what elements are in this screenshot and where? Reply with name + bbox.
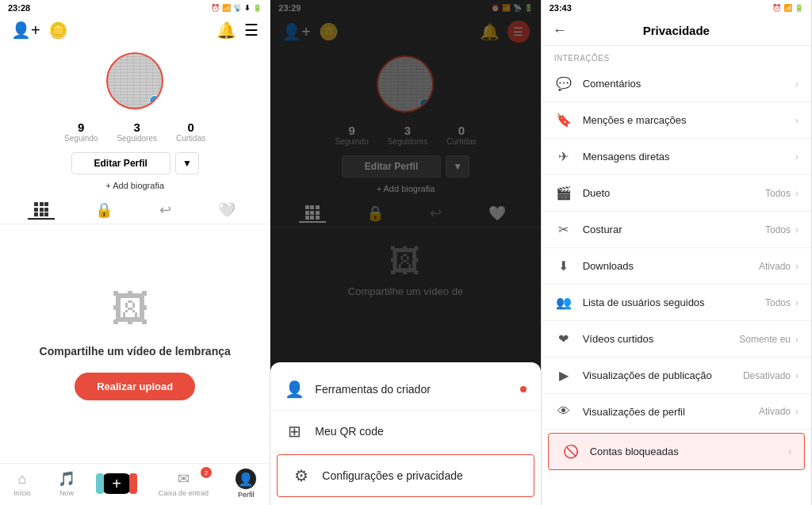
post-views-icon: ▶ (554, 368, 573, 383)
bottom-sheet-2: 👤 Ferramentas do criador ⊞ Meu QR code ⚙… (270, 362, 540, 505)
nav-left-1: 👤+ 🪙 (11, 21, 68, 40)
chevron-followed: › (795, 297, 799, 308)
empty-icon-1: 🖼 (111, 287, 159, 335)
avatar-section-1 (0, 44, 270, 114)
battery-3: 🔋 (795, 4, 803, 12)
download-icon: ⬇ (244, 4, 251, 12)
settings-icon: ⚙ (292, 466, 311, 485)
avatar-badge-1 (149, 95, 160, 106)
downloads-icon: ⬇ (554, 258, 573, 274)
privacy-item-post-views[interactable]: ▶ Visualizações de publicação Desativado… (542, 358, 811, 394)
tab-private-1[interactable]: 🔒 (89, 200, 119, 220)
stat-following-1[interactable]: 9 Seguindo (64, 121, 98, 143)
mentions-icon: 🔖 (554, 113, 573, 128)
sheet-item-qr[interactable]: ⊞ Meu QR code (270, 411, 540, 453)
stat-followers-1[interactable]: 3 Seguidores (117, 121, 157, 143)
privacy-item-dm[interactable]: ✈ Mensagens diretas › (542, 139, 811, 175)
chevron-dm: › (795, 151, 799, 163)
overlay-2[interactable]: 👤 Ferramentas do criador ⊞ Meu QR code ⚙… (270, 0, 540, 505)
profile-icon-active-1: 👤 (236, 469, 256, 489)
blocked-icon: 🚫 (561, 444, 580, 459)
chevron-duet: › (795, 188, 799, 199)
creator-dot (520, 386, 527, 392)
tab-icons-row-1: 🔒 ↩ 🤍 (0, 193, 270, 224)
activity-icon[interactable]: 🔔 (216, 21, 236, 40)
bnav-now-1[interactable]: 🎵 Now (58, 470, 75, 497)
time-1: 23:28 (8, 3, 30, 13)
wifi-icon-3: 📶 (783, 4, 792, 12)
liked-videos-icon: ❤ (554, 331, 573, 346)
stitch-icon: ✂ (554, 222, 573, 237)
dm-icon: ✈ (554, 149, 573, 164)
privacy-list: Interações 💬 Comentários › 🔖 Menções e m… (542, 46, 811, 505)
privacy-title: Privacidade (643, 24, 710, 37)
creator-icon: 👤 (285, 380, 304, 399)
status-bar-1: 23:28 ⏰ 📶 📡 ⬇ 🔋 (0, 0, 270, 16)
privacy-item-mentions[interactable]: 🔖 Menções e marcações › (542, 102, 811, 139)
dropdown-button-1[interactable]: ▼ (175, 152, 199, 174)
chevron-profile-views: › (795, 406, 799, 417)
bnav-profile-1[interactable]: 👤 Perfil (236, 469, 256, 499)
signal-icon: 📡 (233, 4, 242, 12)
inbox-badge-1: 2 (201, 467, 212, 478)
profile-views-icon: 👁 (554, 404, 573, 419)
bnav-home-1[interactable]: ⌂ Início (13, 471, 31, 497)
bnav-inbox-1[interactable]: ✉ Caixa de entrad 2 (158, 470, 209, 497)
chevron-blocked: › (788, 446, 791, 457)
home-icon-1: ⌂ (17, 471, 26, 488)
now-icon-1: 🎵 (58, 470, 75, 488)
chevron-mentions: › (795, 115, 799, 126)
privacy-item-stitch[interactable]: ✂ Costurar Todos › (542, 212, 811, 248)
top-nav-1: 👤+ 🪙 🔔 ☰ (0, 16, 270, 44)
status-icons-1: ⏰ 📶 📡 ⬇ 🔋 (211, 4, 262, 12)
coin-icon[interactable]: 🪙 (48, 21, 68, 40)
followed-icon: 👥 (554, 295, 573, 310)
sheet-item-settings[interactable]: ⚙ Configurações e privacidade (277, 454, 534, 497)
plus-btn-1[interactable]: + (102, 473, 131, 494)
chevron-comments: › (795, 78, 799, 90)
add-bio-1[interactable]: + Add biografia (0, 178, 270, 193)
edit-profile-row-1: Editar Perfil ▼ (0, 149, 270, 178)
tab-repost-1[interactable]: ↩ (153, 200, 178, 220)
edit-profile-button-1[interactable]: Editar Perfil (71, 152, 170, 174)
back-button[interactable]: ← (553, 22, 567, 39)
privacy-item-downloads[interactable]: ⬇ Downloads Ativado › (542, 248, 811, 285)
comments-icon: 💬 (554, 76, 573, 91)
privacy-item-duet[interactable]: 🎬 Dueto Todos › (542, 175, 811, 212)
chevron-liked-videos: › (795, 334, 799, 345)
chevron-post-views: › (795, 370, 799, 381)
tab-videos-1[interactable] (28, 201, 55, 220)
alarm-icon-3: ⏰ (772, 4, 781, 12)
chevron-downloads: › (795, 261, 799, 272)
phone-panel-3: 23:43 ⏰ 📶 🔋 ← Privacidade Interações 💬 C… (542, 0, 812, 505)
phone-panel-1: 23:28 ⏰ 📶 📡 ⬇ 🔋 👤+ 🪙 🔔 ☰ 9 Seguindo (0, 0, 270, 505)
tab-liked-1[interactable]: 🤍 (212, 200, 242, 220)
bnav-plus-1[interactable]: + (102, 473, 131, 494)
chevron-stitch: › (795, 224, 799, 235)
empty-state-1: 🖼 Compartilhe um vídeo de lembrança Real… (0, 224, 270, 463)
inbox-icon-1: ✉ (178, 470, 190, 488)
privacy-section-label: Interações (542, 46, 811, 66)
privacy-item-profile-views[interactable]: 👁 Visualizações de perfil Ativado › (542, 394, 811, 430)
nav-right-1: 🔔 ☰ (216, 21, 259, 40)
status-bar-3: 23:43 ⏰ 📶 🔋 (542, 0, 811, 16)
wifi-icon: 📶 (222, 4, 231, 12)
alarm-icon: ⏰ (211, 4, 220, 12)
bottom-nav-1: ⌂ Início 🎵 Now + ✉ Caixa de entrad 2 👤 P… (0, 463, 270, 505)
sheet-item-creator[interactable]: 👤 Ferramentas do criador (270, 369, 540, 411)
menu-icon[interactable]: ☰ (244, 21, 259, 40)
stats-row-1: 9 Seguindo 3 Seguidores 0 Curtidas (0, 114, 270, 149)
privacy-item-followed[interactable]: 👥 Lista de usuários seguidos Todos › (542, 285, 811, 321)
empty-title-1: Compartilhe um vídeo de lembrança (40, 344, 231, 360)
privacy-item-blocked[interactable]: 🚫 Contas bloqueadas › (548, 433, 805, 470)
add-friend-icon[interactable]: 👤+ (11, 21, 40, 40)
phone-panel-2: 23:29 ⏰ 📶 📡 🔋 👤+ 🪙 🔔 ☰ 9 Seguindo 3 (270, 0, 541, 505)
stat-likes-1[interactable]: 0 Curtidas (176, 121, 205, 143)
avatar-1[interactable] (106, 52, 163, 109)
upload-button-1[interactable]: Realizar upload (75, 373, 195, 400)
privacy-item-liked-videos[interactable]: ❤ Vídeos curtidos Somente eu › (542, 321, 811, 358)
time-3: 23:43 (550, 3, 572, 13)
status-icons-3: ⏰ 📶 🔋 (772, 4, 803, 12)
privacy-item-comments[interactable]: 💬 Comentários › (542, 66, 811, 102)
duet-icon: 🎬 (554, 186, 573, 201)
